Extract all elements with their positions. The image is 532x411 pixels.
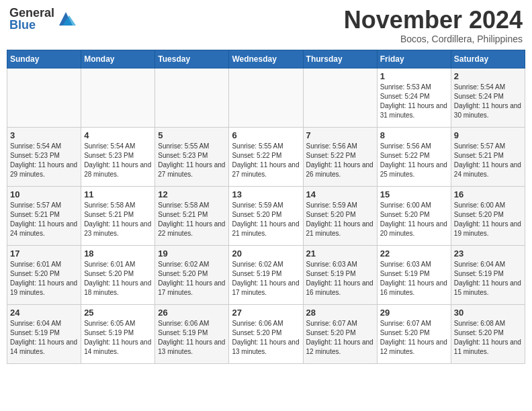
calendar-cell: 1Sunrise: 5:53 AMSunset: 5:24 PMDaylight… xyxy=(377,68,451,127)
day-number: 24 xyxy=(10,308,78,318)
day-info: Sunrise: 6:02 AMSunset: 5:19 PMDaylight:… xyxy=(232,260,300,298)
calendar-cell: 15Sunrise: 6:00 AMSunset: 5:20 PMDayligh… xyxy=(377,186,451,245)
day-info: Sunrise: 6:07 AMSunset: 5:20 PMDaylight:… xyxy=(380,319,448,357)
calendar-cell: 16Sunrise: 6:00 AMSunset: 5:20 PMDayligh… xyxy=(451,186,525,245)
calendar-cell: 11Sunrise: 5:58 AMSunset: 5:21 PMDayligh… xyxy=(81,186,155,245)
day-number: 30 xyxy=(454,308,522,318)
header-monday: Monday xyxy=(81,50,155,68)
calendar-cell xyxy=(7,68,81,127)
header-friday: Friday xyxy=(377,50,451,68)
day-info: Sunrise: 5:55 AMSunset: 5:23 PMDaylight:… xyxy=(158,142,226,179)
day-info: Sunrise: 6:04 AMSunset: 5:19 PMDaylight:… xyxy=(10,319,78,357)
day-number: 13 xyxy=(232,189,300,199)
calendar-cell: 23Sunrise: 6:04 AMSunset: 5:19 PMDayligh… xyxy=(451,245,525,304)
title-block: November 2024 Bocos, Cordillera, Philipp… xyxy=(344,7,523,44)
day-info: Sunrise: 6:05 AMSunset: 5:19 PMDaylight:… xyxy=(84,319,152,357)
day-number: 19 xyxy=(158,248,226,259)
day-info: Sunrise: 6:01 AMSunset: 5:20 PMDaylight:… xyxy=(84,260,152,298)
calendar-week-3: 10Sunrise: 5:57 AMSunset: 5:21 PMDayligh… xyxy=(7,186,525,245)
calendar-cell: 13Sunrise: 5:59 AMSunset: 5:20 PMDayligh… xyxy=(229,186,303,245)
day-info: Sunrise: 5:58 AMSunset: 5:21 PMDaylight:… xyxy=(84,201,152,238)
logo-general: General xyxy=(9,7,54,19)
day-info: Sunrise: 6:04 AMSunset: 5:19 PMDaylight:… xyxy=(454,260,522,298)
day-number: 4 xyxy=(84,130,152,140)
day-info: Sunrise: 5:59 AMSunset: 5:20 PMDaylight:… xyxy=(306,201,374,238)
header-row: Sunday Monday Tuesday Wednesday Thursday… xyxy=(7,50,525,68)
day-number: 15 xyxy=(380,189,448,199)
day-info: Sunrise: 5:54 AMSunset: 5:24 PMDaylight:… xyxy=(454,83,522,120)
calendar-cell: 5Sunrise: 5:55 AMSunset: 5:23 PMDaylight… xyxy=(155,127,229,186)
day-number: 5 xyxy=(158,130,226,140)
day-info: Sunrise: 6:03 AMSunset: 5:19 PMDaylight:… xyxy=(380,260,448,298)
day-number: 18 xyxy=(84,248,152,259)
header-saturday: Saturday xyxy=(451,50,525,68)
header-tuesday: Tuesday xyxy=(155,50,229,68)
calendar-cell: 22Sunrise: 6:03 AMSunset: 5:19 PMDayligh… xyxy=(377,245,451,304)
calendar-cell: 9Sunrise: 5:57 AMSunset: 5:21 PMDaylight… xyxy=(451,127,525,186)
calendar-cell: 7Sunrise: 5:56 AMSunset: 5:22 PMDaylight… xyxy=(303,127,377,186)
day-info: Sunrise: 5:53 AMSunset: 5:24 PMDaylight:… xyxy=(380,83,448,120)
day-number: 29 xyxy=(380,308,448,318)
header-wednesday: Wednesday xyxy=(229,50,303,68)
day-info: Sunrise: 5:54 AMSunset: 5:23 PMDaylight:… xyxy=(10,142,78,179)
day-info: Sunrise: 6:07 AMSunset: 5:20 PMDaylight:… xyxy=(306,319,374,357)
day-number: 9 xyxy=(454,130,522,140)
calendar-cell: 2Sunrise: 5:54 AMSunset: 5:24 PMDaylight… xyxy=(451,68,525,127)
calendar-cell xyxy=(229,68,303,127)
logo-icon xyxy=(56,9,76,29)
calendar-cell: 24Sunrise: 6:04 AMSunset: 5:19 PMDayligh… xyxy=(7,304,81,363)
day-number: 20 xyxy=(232,248,300,259)
calendar-cell xyxy=(81,68,155,127)
calendar-cell: 25Sunrise: 6:05 AMSunset: 5:19 PMDayligh… xyxy=(81,304,155,363)
calendar-cell: 28Sunrise: 6:07 AMSunset: 5:20 PMDayligh… xyxy=(303,304,377,363)
header-sunday: Sunday xyxy=(7,50,81,68)
calendar-week-2: 3Sunrise: 5:54 AMSunset: 5:23 PMDaylight… xyxy=(7,127,525,186)
calendar-cell: 27Sunrise: 6:06 AMSunset: 5:20 PMDayligh… xyxy=(229,304,303,363)
calendar-table: Sunday Monday Tuesday Wednesday Thursday… xyxy=(7,50,525,364)
calendar-cell: 12Sunrise: 5:58 AMSunset: 5:21 PMDayligh… xyxy=(155,186,229,245)
calendar-cell: 18Sunrise: 6:01 AMSunset: 5:20 PMDayligh… xyxy=(81,245,155,304)
logo-blue: Blue xyxy=(9,19,54,31)
day-number: 16 xyxy=(454,189,522,199)
location-subtitle: Bocos, Cordillera, Philippines xyxy=(344,34,523,44)
day-number: 26 xyxy=(158,308,226,318)
month-title: November 2024 xyxy=(344,7,523,34)
day-number: 27 xyxy=(232,308,300,318)
calendar-cell: 8Sunrise: 5:56 AMSunset: 5:22 PMDaylight… xyxy=(377,127,451,186)
calendar-cell: 20Sunrise: 6:02 AMSunset: 5:19 PMDayligh… xyxy=(229,245,303,304)
day-info: Sunrise: 6:06 AMSunset: 5:19 PMDaylight:… xyxy=(158,319,226,357)
day-number: 2 xyxy=(454,71,522,81)
day-number: 28 xyxy=(306,308,374,318)
calendar-cell: 10Sunrise: 5:57 AMSunset: 5:21 PMDayligh… xyxy=(7,186,81,245)
page-header: General Blue November 2024 Bocos, Cordil… xyxy=(7,7,525,44)
calendar-week-5: 24Sunrise: 6:04 AMSunset: 5:19 PMDayligh… xyxy=(7,304,525,363)
calendar-cell: 26Sunrise: 6:06 AMSunset: 5:19 PMDayligh… xyxy=(155,304,229,363)
day-number: 12 xyxy=(158,189,226,199)
day-info: Sunrise: 6:01 AMSunset: 5:20 PMDaylight:… xyxy=(10,260,78,298)
day-info: Sunrise: 6:00 AMSunset: 5:20 PMDaylight:… xyxy=(454,201,522,238)
day-number: 6 xyxy=(232,130,300,140)
day-number: 8 xyxy=(380,130,448,140)
calendar-cell: 14Sunrise: 5:59 AMSunset: 5:20 PMDayligh… xyxy=(303,186,377,245)
day-info: Sunrise: 6:02 AMSunset: 5:20 PMDaylight:… xyxy=(158,260,226,298)
calendar-cell: 21Sunrise: 6:03 AMSunset: 5:19 PMDayligh… xyxy=(303,245,377,304)
day-number: 17 xyxy=(10,248,78,259)
calendar-cell xyxy=(155,68,229,127)
calendar-cell: 29Sunrise: 6:07 AMSunset: 5:20 PMDayligh… xyxy=(377,304,451,363)
day-number: 1 xyxy=(380,71,448,81)
calendar-cell: 6Sunrise: 5:55 AMSunset: 5:22 PMDaylight… xyxy=(229,127,303,186)
day-info: Sunrise: 6:00 AMSunset: 5:20 PMDaylight:… xyxy=(380,201,448,238)
day-info: Sunrise: 5:57 AMSunset: 5:21 PMDaylight:… xyxy=(10,201,78,238)
day-info: Sunrise: 5:56 AMSunset: 5:22 PMDaylight:… xyxy=(380,142,448,179)
calendar-cell: 3Sunrise: 5:54 AMSunset: 5:23 PMDaylight… xyxy=(7,127,81,186)
calendar-cell: 19Sunrise: 6:02 AMSunset: 5:20 PMDayligh… xyxy=(155,245,229,304)
day-number: 10 xyxy=(10,189,78,199)
day-info: Sunrise: 6:06 AMSunset: 5:20 PMDaylight:… xyxy=(232,319,300,357)
day-info: Sunrise: 5:57 AMSunset: 5:21 PMDaylight:… xyxy=(454,142,522,179)
day-info: Sunrise: 5:59 AMSunset: 5:20 PMDaylight:… xyxy=(232,201,300,238)
day-info: Sunrise: 5:58 AMSunset: 5:21 PMDaylight:… xyxy=(158,201,226,238)
logo: General Blue xyxy=(9,7,76,31)
day-number: 25 xyxy=(84,308,152,318)
day-number: 14 xyxy=(306,189,374,199)
day-number: 7 xyxy=(306,130,374,140)
